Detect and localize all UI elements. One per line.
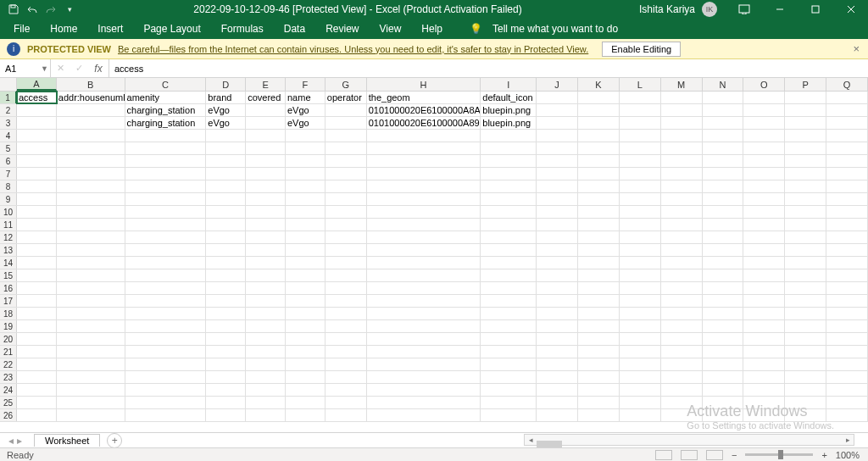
cell-C23[interactable]	[125, 371, 207, 383]
cell-G10[interactable]	[326, 206, 367, 218]
cell-P25[interactable]	[785, 397, 826, 408]
cell-L8[interactable]	[620, 181, 661, 192]
cell-K14[interactable]	[578, 257, 620, 269]
cell-I22[interactable]	[481, 358, 537, 370]
cell-N17[interactable]	[703, 295, 744, 307]
cell-A12[interactable]	[17, 231, 57, 243]
cell-F25[interactable]	[286, 397, 326, 408]
cell-Q4[interactable]	[826, 130, 868, 142]
cell-P2[interactable]	[785, 104, 826, 116]
maximize-button[interactable]	[798, 0, 832, 19]
tab-insert[interactable]: Insert	[87, 19, 133, 39]
cell-H8[interactable]	[367, 181, 481, 192]
cell-Q23[interactable]	[826, 371, 868, 383]
cell-G26[interactable]	[326, 409, 367, 421]
cell-I14[interactable]	[481, 257, 537, 269]
cell-O20[interactable]	[743, 333, 785, 345]
cell-G19[interactable]	[326, 320, 367, 332]
cell-A9[interactable]	[17, 193, 57, 205]
cell-K10[interactable]	[578, 206, 620, 218]
cell-O9[interactable]	[743, 193, 785, 205]
cell-N2[interactable]	[703, 104, 744, 116]
cell-B2[interactable]	[57, 104, 125, 116]
cell-P6[interactable]	[785, 155, 826, 167]
cell-P20[interactable]	[785, 333, 826, 345]
cell-I1[interactable]: default_icon	[481, 92, 537, 103]
cell-A3[interactable]	[17, 117, 57, 129]
cell-O25[interactable]	[743, 397, 785, 408]
cell-E4[interactable]	[246, 130, 286, 142]
cell-F22[interactable]	[286, 358, 326, 370]
cell-G17[interactable]	[326, 295, 367, 307]
cell-I26[interactable]	[481, 409, 537, 421]
cell-P17[interactable]	[785, 295, 826, 307]
cell-Q8[interactable]	[826, 181, 868, 192]
cell-I23[interactable]	[481, 371, 537, 383]
horizontal-scrollbar[interactable]: ◂ ▸	[524, 434, 854, 446]
cell-Q22[interactable]	[826, 358, 868, 370]
cell-P26[interactable]	[785, 409, 826, 421]
cell-B25[interactable]	[57, 397, 125, 408]
cell-M25[interactable]	[661, 397, 703, 408]
qat-dropdown-icon[interactable]: ▾	[63, 3, 76, 16]
cell-K4[interactable]	[578, 130, 620, 142]
cell-Q21[interactable]	[826, 346, 868, 358]
cell-E9[interactable]	[246, 193, 286, 205]
tab-formulas[interactable]: Formulas	[211, 19, 274, 39]
cell-P12[interactable]	[785, 231, 826, 243]
row-header-10[interactable]: 10	[0, 206, 17, 218]
cell-O24[interactable]	[743, 384, 785, 396]
cell-A23[interactable]	[17, 371, 57, 383]
cell-M8[interactable]	[661, 181, 703, 192]
cell-Q24[interactable]	[826, 384, 868, 396]
cell-P10[interactable]	[785, 206, 826, 218]
cell-A22[interactable]	[17, 358, 57, 370]
cell-K12[interactable]	[578, 231, 620, 243]
cell-D25[interactable]	[206, 397, 246, 408]
lightbulb-icon[interactable]: 💡	[459, 19, 492, 39]
cell-O1[interactable]	[743, 92, 785, 103]
cell-Q2[interactable]	[826, 104, 868, 116]
cell-K19[interactable]	[578, 320, 620, 332]
cell-N1[interactable]	[703, 92, 744, 103]
cell-E16[interactable]	[246, 282, 286, 294]
cell-D24[interactable]	[206, 384, 246, 396]
cell-I4[interactable]	[481, 130, 537, 142]
cell-F16[interactable]	[286, 282, 326, 294]
cell-L12[interactable]	[620, 231, 661, 243]
cell-C19[interactable]	[125, 320, 207, 332]
cell-F18[interactable]	[286, 308, 326, 319]
cell-I18[interactable]	[481, 308, 537, 319]
cell-A1[interactable]: access	[17, 92, 57, 103]
cell-Q26[interactable]	[826, 409, 868, 421]
cell-O15[interactable]	[743, 269, 785, 281]
cell-N26[interactable]	[703, 409, 744, 421]
cell-M7[interactable]	[661, 168, 703, 180]
cell-A2[interactable]	[17, 104, 57, 116]
cell-E22[interactable]	[246, 358, 286, 370]
cell-I8[interactable]	[481, 181, 537, 192]
grid-rows[interactable]: 1accessaddr:housenumlamenitybrandcovered…	[0, 92, 868, 422]
sheet-tab-worksheet[interactable]: Worksheet	[34, 434, 100, 447]
cell-B26[interactable]	[57, 409, 125, 421]
cell-D12[interactable]	[206, 231, 246, 243]
cell-G23[interactable]	[326, 371, 367, 383]
cell-J9[interactable]	[537, 193, 578, 205]
cell-C15[interactable]	[125, 269, 207, 281]
cell-I15[interactable]	[481, 269, 537, 281]
row-header-25[interactable]: 25	[0, 397, 17, 408]
sheet-nav-first-icon[interactable]: ◂	[8, 435, 14, 447]
cell-D14[interactable]	[206, 257, 246, 269]
cell-C12[interactable]	[125, 231, 207, 243]
cell-E26[interactable]	[246, 409, 286, 421]
cell-I2[interactable]: bluepin.png	[481, 104, 537, 116]
cell-H25[interactable]	[367, 397, 481, 408]
row-header-22[interactable]: 22	[0, 358, 17, 370]
cell-F12[interactable]	[286, 231, 326, 243]
name-box[interactable]: A1 ▼	[0, 59, 51, 77]
column-header-J[interactable]: J	[537, 78, 578, 91]
cell-M20[interactable]	[661, 333, 703, 345]
cell-M23[interactable]	[661, 371, 703, 383]
cell-Q12[interactable]	[826, 231, 868, 243]
row-header-7[interactable]: 7	[0, 168, 17, 180]
